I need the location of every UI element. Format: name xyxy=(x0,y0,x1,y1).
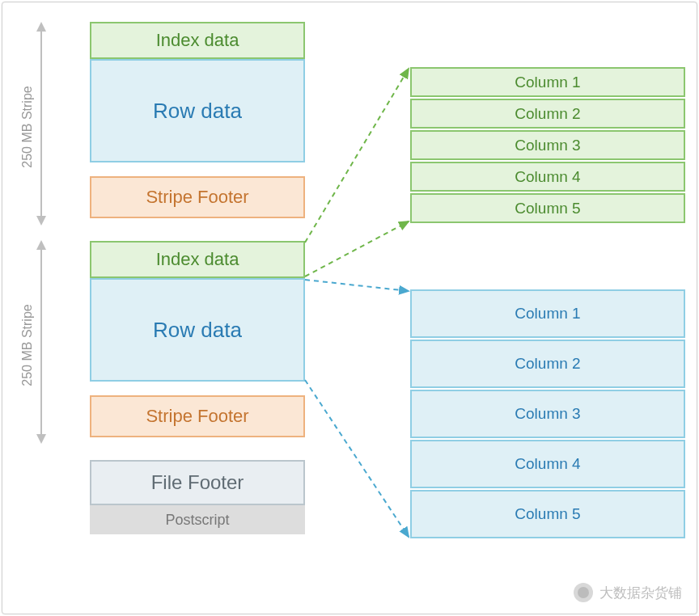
svg-marker-5 xyxy=(36,434,46,444)
index-column-3: Column 3 xyxy=(410,130,685,160)
row-column-4: Column 4 xyxy=(410,440,685,488)
watermark-text: 大数据杂货铺 xyxy=(599,584,682,602)
svg-line-7 xyxy=(305,222,409,276)
row-column-3: Column 3 xyxy=(410,390,685,438)
stripe2-row-data: Row data xyxy=(90,278,305,382)
svg-line-9 xyxy=(305,380,409,537)
stripe1-size-label: 250 MB Stripe xyxy=(20,86,35,167)
index-column-4: Column 4 xyxy=(410,162,685,192)
file-footer: File Footer xyxy=(90,460,305,505)
watermark: 大数据杂货铺 xyxy=(574,583,682,602)
row-column-2: Column 2 xyxy=(410,340,685,388)
index-column-5: Column 5 xyxy=(410,193,685,223)
svg-marker-2 xyxy=(36,216,46,226)
svg-line-8 xyxy=(305,280,409,291)
row-column-5: Column 5 xyxy=(410,490,685,538)
svg-line-6 xyxy=(305,69,409,243)
stripe2-stripe-footer: Stripe Footer xyxy=(90,395,305,437)
stripe1-index-data: Index data xyxy=(90,22,305,59)
index-column-1: Column 1 xyxy=(410,67,685,97)
stripe2-size-label: 250 MB Stripe xyxy=(20,304,35,386)
stripe1-stripe-footer: Stripe Footer xyxy=(90,176,305,218)
svg-marker-1 xyxy=(36,22,46,32)
wechat-icon xyxy=(574,583,593,602)
row-column-1: Column 1 xyxy=(410,289,685,338)
svg-marker-4 xyxy=(36,240,46,250)
stripe2-index-data: Index data xyxy=(90,241,305,278)
diagram-frame: 250 MB Stripe 250 MB Stripe Index data R… xyxy=(2,2,697,614)
stripe1-row-data: Row data xyxy=(90,59,305,162)
postscript: Postscript xyxy=(90,505,305,534)
index-column-2: Column 2 xyxy=(410,99,685,129)
